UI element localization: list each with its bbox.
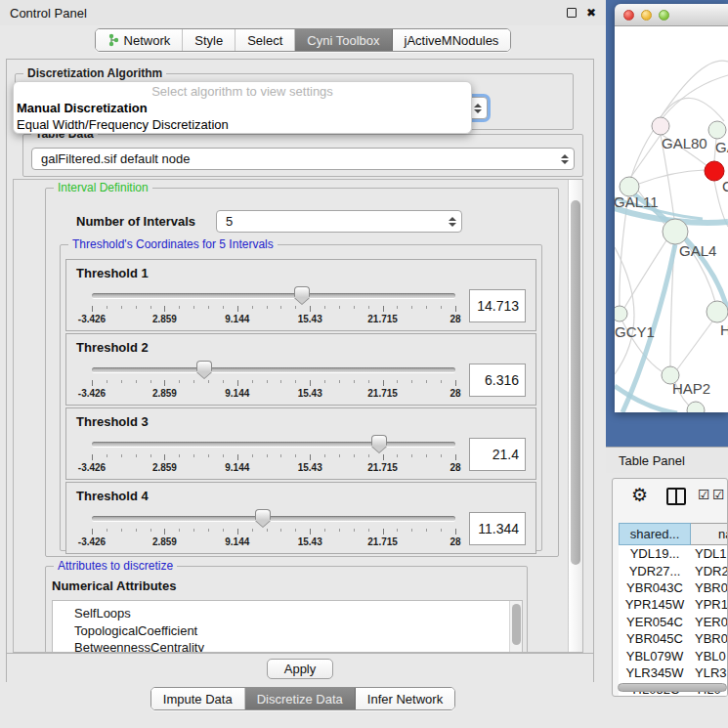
column-header-name[interactable]: na [691,523,728,545]
columns-icon[interactable] [666,488,686,505]
threshold-slider[interactable]: -3.4262.8599.14415.4321.71528 [92,361,455,400]
select-all-checkbox-icon[interactable]: ☑ [698,487,710,502]
tab-label: Cyni Toolbox [307,33,379,48]
slider-minor-tick [150,454,151,457]
attribute-list-item[interactable]: BetweennessCentrality [53,639,522,653]
slider-minor-tick [324,380,325,383]
table-row[interactable]: YBR043CYBR0 [619,579,728,596]
slider-minor-tick [280,306,281,309]
attributes-scrollbar-thumb[interactable] [512,604,521,645]
tab-infer-network[interactable]: Infer Network [356,688,454,709]
table-row[interactable]: YER054CYER0 [619,614,728,630]
number-of-intervals-combobox[interactable]: 5 [216,210,462,233]
threshold-value-field[interactable]: 14.713 [469,289,526,322]
minimize-window-icon[interactable] [641,10,652,21]
threshold-value-field[interactable]: 11.344 [469,512,526,545]
network-icon [107,33,119,47]
table-row[interactable]: YBR045CYBR0 [619,630,728,647]
slider-minor-tick [223,306,224,309]
column-header-shared-name[interactable]: shared... [619,523,691,545]
group-legend: Discretization Algorithm [23,66,166,80]
slider-thumb[interactable] [294,286,310,297]
table-row[interactable]: YDL19...YDL1 [619,545,728,562]
tab-network[interactable]: Network [96,29,184,51]
slider-minor-tick [136,529,137,532]
threshold-slider[interactable]: -3.4262.8599.14415.4321.71528 [92,509,455,548]
slider-minor-tick [368,306,369,309]
float-panel-icon[interactable] [567,8,577,18]
node-gcy1[interactable] [615,306,627,321]
attributes-scrollbar[interactable] [509,601,522,653]
node-gal80[interactable] [652,117,669,135]
tab-label: jActiveMNodules [405,33,499,48]
tab-select[interactable]: Select [236,29,295,51]
slider-track[interactable] [92,367,455,372]
network-edge[interactable] [639,170,705,184]
threshold-value-field[interactable]: 21.4 [469,438,526,471]
table-cell: YBR0 [691,580,728,595]
table-row[interactable]: YLR345WYLR3 [619,664,728,681]
apply-row: Apply [7,653,593,683]
table-row[interactable]: YDR27...YDR2 [619,562,728,578]
attributes-group: Attributes to discretize Numerical Attri… [45,566,528,653]
slider-thumb[interactable] [196,361,212,371]
slider-tick-label: 15.43 [298,388,322,399]
slider-minor-tick [179,306,180,309]
slider-minor-tick [121,529,122,532]
slider-minor-tick [339,454,340,457]
attribute-list-item[interactable]: TopologicalCoefficient [53,622,522,640]
slider-minor-tick [193,380,194,383]
numerical-attributes-list[interactable]: SelfLoopsTopologicalCoefficientBetweenne… [52,600,523,653]
dropdown-item-equal-width-frequency[interactable]: Equal Width/Frequency Discretization [14,116,471,133]
table-cell: YBL079W [619,649,691,664]
zoom-window-icon[interactable] [659,10,669,21]
node-bottom[interactable] [687,402,705,412]
slider-minor-tick [411,454,412,457]
threshold-slider[interactable]: -3.4262.8599.14415.4321.71528 [92,435,455,474]
slider-thumb[interactable] [255,509,271,520]
close-window-icon[interactable] [623,10,634,21]
combo-stepper-icon [449,211,456,232]
table-cell: YBR045C [619,631,691,646]
slider-minor-tick [426,380,427,383]
slider-minor-tick [150,380,151,383]
slider-track[interactable] [92,442,455,447]
slider-minor-tick [324,454,325,457]
dropdown-item-manual-discretization[interactable]: Manual Discretization [14,100,471,116]
node-selected-red[interactable] [705,161,724,181]
tab-impute-data[interactable]: Impute Data [151,688,245,709]
table-horizontal-scrollbar-thumb[interactable] [618,683,727,692]
number-of-intervals-label: Number of Intervals [76,214,195,229]
settings-scrollbar-thumb[interactable] [571,200,580,565]
tab-discretize-data[interactable]: Discretize Data [245,688,356,709]
gear-icon[interactable]: ⚙ [631,484,648,505]
tab-jactivemnodules[interactable]: jActiveMNodules [393,29,511,51]
slider-minor-tick [107,529,107,532]
attribute-list-item[interactable]: SelfLoops [53,605,522,622]
network-edge[interactable] [677,321,712,369]
table-row[interactable]: YBL079WYBL0 [619,647,728,664]
node-gal4[interactable] [663,219,688,244]
network-canvas[interactable]: GAL80GACGAL11GAL4GCY1HHAP2 [615,26,728,412]
slider-minor-tick [223,454,224,457]
table-data-combobox[interactable]: galFiltered.sif default node [31,148,575,170]
checkbox-icon[interactable]: ☑ [712,487,725,502]
settings-vertical-scrollbar[interactable] [568,180,582,652]
network-edge[interactable] [630,135,661,178]
table-row[interactable]: YPR145WYPR1 [619,596,728,613]
slider-thumb[interactable] [371,435,387,446]
close-panel-icon[interactable]: ✖ [586,8,596,18]
slider-major-tick [383,529,384,535]
tab-style[interactable]: Style [183,29,236,51]
tab-cyni-toolbox[interactable]: Cyni Toolbox [295,29,392,51]
node-right[interactable] [707,301,728,322]
control-panel-titlebar: Control Panel ✖ [0,0,606,25]
node-top-right[interactable] [708,121,726,139]
slider-minor-tick [295,380,296,383]
slider-minor-tick [339,306,340,309]
threshold-value-field[interactable]: 6.316 [469,364,526,397]
apply-button[interactable]: Apply [267,659,334,679]
threshold-slider[interactable]: -3.4262.8599.14415.4321.71528 [92,286,455,325]
slider-track[interactable] [92,293,455,298]
slider-track[interactable] [92,516,455,521]
